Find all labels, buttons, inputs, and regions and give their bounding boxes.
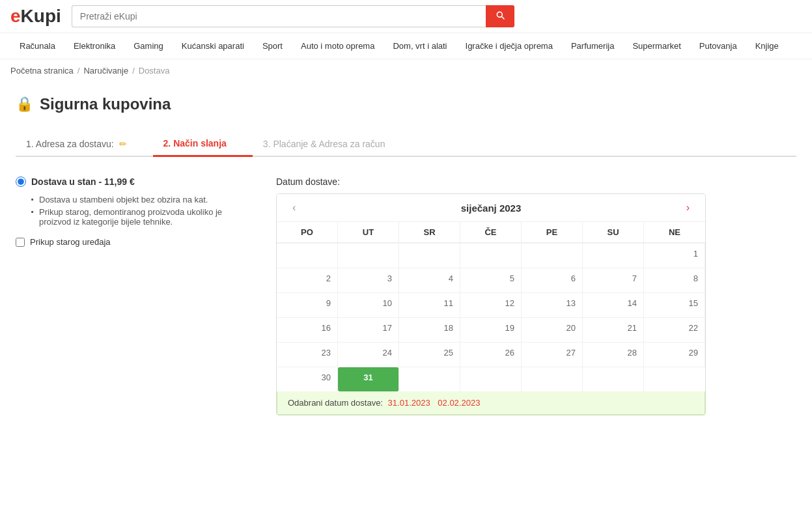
day-header-ut: UT [338, 222, 399, 243]
cal-cell [399, 367, 460, 391]
cal-cell [460, 243, 522, 268]
calendar: ‹ siječanj 2023 › PO UT SR ČE PE SU NE 1… [276, 193, 706, 415]
calendar-day-headers: PO UT SR ČE PE SU NE [277, 222, 705, 243]
pickup-label[interactable]: Prikup starog uređaja [30, 237, 111, 247]
delivery-date-1: 31.01.2023 [388, 398, 430, 408]
delivery-info-label: Odabrani datum dostave: [288, 398, 383, 408]
nav-gaming[interactable]: Gaming [124, 33, 173, 59]
day-header-ne: NE [644, 222, 705, 243]
cal-cell[interactable]: 19 [460, 317, 522, 342]
delivery-bullet-1: Dostava u stambeni objekt bez obzira na … [31, 195, 237, 204]
cal-cell[interactable]: 13 [522, 292, 583, 317]
pickup-checkbox[interactable] [16, 238, 25, 247]
nav-igracke[interactable]: Igračke i dječja oprema [456, 33, 562, 59]
step-1-number: 1. [26, 139, 34, 149]
nav-kucanski[interactable]: Kućanski aparati [173, 33, 253, 59]
day-header-sr: SR [399, 222, 460, 243]
delivery-option-stan: Dostava u stan - 11,99 € [16, 176, 237, 187]
cal-cell[interactable]: 10 [338, 292, 399, 317]
logo[interactable]: eKupi [10, 6, 61, 27]
search-input[interactable] [72, 5, 486, 27]
cal-cell [583, 367, 644, 391]
cal-cell[interactable]: 8 [644, 268, 705, 292]
page-title-text: Sigurna kupovina [40, 95, 171, 113]
main-content: 🔒 Sigurna kupovina 1. Adresa za dostavu:… [0, 82, 812, 442]
nav-putovanja[interactable]: Putovanja [690, 33, 746, 59]
step-2-number: 2. [163, 138, 171, 148]
delivery-radio[interactable] [16, 176, 26, 187]
cal-cell[interactable]: 24 [338, 342, 399, 367]
cal-cell[interactable]: 22 [644, 317, 705, 342]
day-header-pe: PE [522, 222, 583, 243]
pickup-checkbox-row: Prikup starog uređaja [16, 237, 237, 247]
nav-supermarket[interactable]: Supermarket [623, 33, 690, 59]
delivery-date-2: 02.02.2023 [438, 398, 480, 408]
cal-cell[interactable]: 17 [338, 317, 399, 342]
search-bar [72, 5, 514, 27]
breadcrumb: Početna stranica / Naručivanje / Dostava [0, 59, 812, 82]
cal-cell[interactable]: 20 [522, 317, 583, 342]
day-header-po: PO [277, 222, 338, 243]
cal-cell[interactable]: 31 [338, 367, 399, 391]
cal-cell[interactable]: 11 [399, 292, 460, 317]
cal-cell[interactable]: 6 [522, 268, 583, 292]
cal-cell[interactable]: 30 [277, 367, 338, 391]
nav-auto[interactable]: Auto i moto oprema [292, 33, 384, 59]
cal-cell[interactable]: 25 [399, 342, 460, 367]
step-2[interactable]: 2. Način slanja [153, 132, 253, 157]
delivery-bullet-2: Prikup starog, demontiranog proizvoda uk… [31, 207, 237, 227]
day-header-su: SU [583, 222, 644, 243]
calendar-next-button[interactable]: › [681, 201, 695, 215]
nav-parfumerija[interactable]: Parfumerija [562, 33, 623, 59]
cal-cell [277, 243, 338, 268]
datum-label: Datum dostave: [276, 176, 706, 187]
cal-cell [583, 243, 644, 268]
cal-cell[interactable]: 7 [583, 268, 644, 292]
checkout-steps: 1. Adresa za dostavu: ✏ 2. Način slanja … [16, 132, 796, 157]
delivery-bullets: Dostava u stambeni objekt bez obzira na … [16, 195, 237, 227]
cal-cell[interactable]: 5 [460, 268, 522, 292]
nav-sport[interactable]: Sport [253, 33, 292, 59]
cal-cell [338, 243, 399, 268]
cal-cell[interactable]: 12 [460, 292, 522, 317]
cal-cell[interactable]: 26 [460, 342, 522, 367]
cal-cell[interactable]: 14 [583, 292, 644, 317]
delivery-option-label[interactable]: Dostava u stan - 11,99 € [31, 176, 135, 187]
breadcrumb-sep1: / [77, 66, 80, 76]
cal-cell[interactable]: 29 [644, 342, 705, 367]
search-button[interactable] [486, 5, 514, 27]
nav-racunala[interactable]: Računala [10, 33, 64, 59]
breadcrumb-current: Dostava [139, 66, 170, 76]
step-3[interactable]: 3. Plaćanje & Adresa za račun [253, 132, 412, 156]
cal-cell[interactable]: 1 [644, 243, 705, 268]
step-3-number: 3. [263, 139, 271, 149]
cal-cell[interactable]: 21 [583, 317, 644, 342]
cal-cell [644, 367, 705, 391]
cal-cell[interactable]: 15 [644, 292, 705, 317]
cal-cell[interactable]: 27 [522, 342, 583, 367]
nav-dom[interactable]: Dom, vrt i alati [384, 33, 456, 59]
cal-cell[interactable]: 2 [277, 268, 338, 292]
step-2-label: Način slanja [173, 138, 227, 148]
cal-cell[interactable]: 9 [277, 292, 338, 317]
calendar-header: ‹ siječanj 2023 › [277, 194, 705, 222]
cal-cell[interactable]: 23 [277, 342, 338, 367]
step-1[interactable]: 1. Adresa za dostavu: ✏ [16, 132, 153, 156]
nav-elektronika[interactable]: Elektronika [64, 33, 124, 59]
edit-icon[interactable]: ✏ [119, 139, 127, 149]
breadcrumb-narucivanje[interactable]: Naručivanje [83, 66, 128, 76]
nav-knjige[interactable]: Knjige [746, 33, 788, 59]
delivery-options-panel: Dostava u stan - 11,99 € Dostava u stamb… [16, 176, 237, 247]
calendar-prev-button[interactable]: ‹ [287, 201, 301, 215]
cal-cell[interactable]: 16 [277, 317, 338, 342]
calendar-days: 1234567891011121314151617181920212223242… [277, 243, 705, 391]
delivery-info-bar: Odabrani datum dostave: 31.01.2023 02.02… [277, 391, 705, 415]
content-area: Dostava u stan - 11,99 € Dostava u stamb… [16, 176, 796, 415]
cal-cell[interactable]: 3 [338, 268, 399, 292]
breadcrumb-home[interactable]: Početna stranica [10, 66, 74, 76]
cal-cell[interactable]: 28 [583, 342, 644, 367]
cal-cell [522, 367, 583, 391]
cal-cell[interactable]: 4 [399, 268, 460, 292]
calendar-panel: Datum dostave: ‹ siječanj 2023 › PO UT S… [276, 176, 706, 415]
cal-cell[interactable]: 18 [399, 317, 460, 342]
